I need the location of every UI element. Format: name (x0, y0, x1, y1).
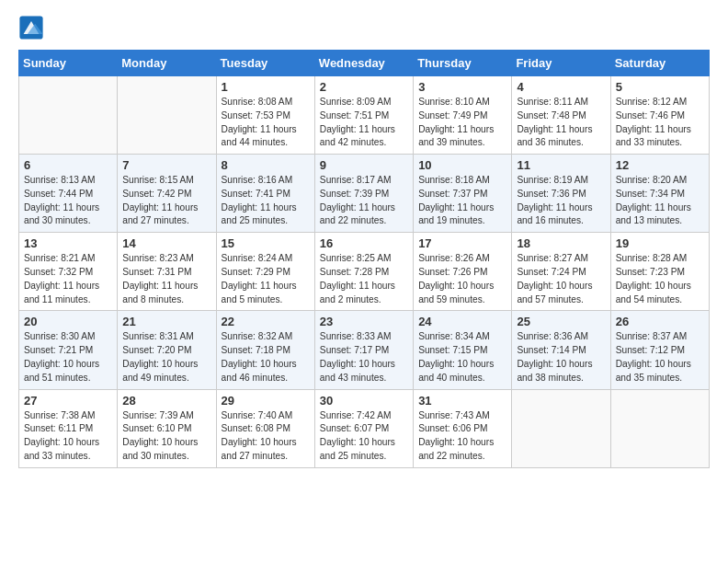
calendar-week-row: 13Sunrise: 8:21 AM Sunset: 7:32 PM Dayli… (19, 233, 710, 311)
day-number: 11 (517, 158, 605, 172)
calendar-cell: 14Sunrise: 8:23 AM Sunset: 7:31 PM Dayli… (118, 233, 216, 311)
calendar-header-saturday: Saturday (610, 51, 709, 76)
day-info: Sunrise: 8:23 AM Sunset: 7:31 PM Dayligh… (122, 252, 210, 306)
calendar-cell: 12Sunrise: 8:20 AM Sunset: 7:34 PM Dayli… (610, 155, 709, 233)
calendar-cell: 9Sunrise: 8:17 AM Sunset: 7:39 PM Daylig… (314, 155, 413, 233)
day-info: Sunrise: 8:18 AM Sunset: 7:37 PM Dayligh… (418, 174, 506, 228)
calendar-header-monday: Monday (118, 51, 216, 76)
calendar-cell: 27Sunrise: 7:38 AM Sunset: 6:11 PM Dayli… (19, 389, 118, 467)
day-info: Sunrise: 8:26 AM Sunset: 7:26 PM Dayligh… (418, 252, 506, 306)
calendar-cell: 2Sunrise: 8:09 AM Sunset: 7:51 PM Daylig… (314, 76, 413, 155)
day-info: Sunrise: 8:33 AM Sunset: 7:17 PM Dayligh… (320, 330, 408, 385)
day-info: Sunrise: 7:42 AM Sunset: 6:07 PM Dayligh… (320, 409, 408, 464)
day-info: Sunrise: 7:43 AM Sunset: 6:06 PM Dayligh… (418, 409, 506, 464)
day-info: Sunrise: 8:24 AM Sunset: 7:29 PM Dayligh… (222, 252, 310, 306)
day-info: Sunrise: 8:16 AM Sunset: 7:41 PM Dayligh… (222, 174, 310, 228)
calendar-cell: 21Sunrise: 8:31 AM Sunset: 7:20 PM Dayli… (118, 311, 216, 389)
calendar-cell: 1Sunrise: 8:08 AM Sunset: 7:53 PM Daylig… (216, 76, 314, 155)
day-number: 4 (517, 80, 605, 94)
day-number: 27 (24, 394, 112, 408)
calendar-header-sunday: Sunday (19, 51, 118, 76)
day-number: 20 (24, 315, 112, 328)
day-info: Sunrise: 8:36 AM Sunset: 7:14 PM Dayligh… (517, 330, 605, 385)
calendar-cell (512, 389, 610, 467)
calendar-cell (118, 76, 216, 155)
day-number: 10 (418, 158, 506, 172)
calendar-cell (610, 389, 709, 467)
day-number: 14 (122, 236, 210, 250)
calendar-cell: 5Sunrise: 8:12 AM Sunset: 7:46 PM Daylig… (610, 76, 709, 155)
day-number: 2 (320, 80, 408, 94)
day-info: Sunrise: 8:13 AM Sunset: 7:44 PM Dayligh… (24, 174, 112, 228)
calendar-week-row: 20Sunrise: 8:30 AM Sunset: 7:21 PM Dayli… (19, 311, 710, 389)
calendar-cell: 8Sunrise: 8:16 AM Sunset: 7:41 PM Daylig… (216, 155, 314, 233)
day-info: Sunrise: 8:32 AM Sunset: 7:18 PM Dayligh… (222, 330, 310, 385)
calendar-cell: 11Sunrise: 8:19 AM Sunset: 7:36 PM Dayli… (512, 155, 610, 233)
day-number: 7 (122, 158, 210, 172)
day-info: Sunrise: 8:25 AM Sunset: 7:28 PM Dayligh… (320, 252, 408, 306)
calendar-cell: 15Sunrise: 8:24 AM Sunset: 7:29 PM Dayli… (216, 233, 314, 311)
calendar-cell: 30Sunrise: 7:42 AM Sunset: 6:07 PM Dayli… (314, 389, 413, 467)
day-info: Sunrise: 8:20 AM Sunset: 7:34 PM Dayligh… (616, 174, 704, 228)
calendar-cell: 18Sunrise: 8:27 AM Sunset: 7:24 PM Dayli… (512, 233, 610, 311)
day-info: Sunrise: 8:34 AM Sunset: 7:15 PM Dayligh… (418, 330, 506, 385)
calendar-cell (19, 76, 118, 155)
day-number: 16 (320, 236, 408, 250)
calendar-cell: 10Sunrise: 8:18 AM Sunset: 7:37 PM Dayli… (414, 155, 512, 233)
calendar-header-wednesday: Wednesday (314, 51, 413, 76)
day-info: Sunrise: 8:19 AM Sunset: 7:36 PM Dayligh… (517, 174, 605, 228)
day-info: Sunrise: 7:38 AM Sunset: 6:11 PM Dayligh… (24, 409, 112, 464)
day-number: 31 (418, 394, 506, 408)
calendar-week-row: 27Sunrise: 7:38 AM Sunset: 6:11 PM Dayli… (19, 389, 710, 467)
calendar-cell: 22Sunrise: 8:32 AM Sunset: 7:18 PM Dayli… (216, 311, 314, 389)
calendar-header-row: SundayMondayTuesdayWednesdayThursdayFrid… (19, 51, 710, 76)
logo (18, 15, 48, 40)
day-number: 29 (222, 394, 310, 408)
day-number: 12 (616, 158, 704, 172)
calendar-cell: 24Sunrise: 8:34 AM Sunset: 7:15 PM Dayli… (414, 311, 512, 389)
day-number: 23 (320, 315, 408, 328)
day-number: 26 (616, 315, 704, 328)
day-info: Sunrise: 8:08 AM Sunset: 7:53 PM Dayligh… (222, 96, 310, 150)
day-number: 19 (616, 236, 704, 250)
day-number: 15 (222, 236, 310, 250)
calendar-cell: 23Sunrise: 8:33 AM Sunset: 7:17 PM Dayli… (314, 311, 413, 389)
calendar-cell: 29Sunrise: 7:40 AM Sunset: 6:08 PM Dayli… (216, 389, 314, 467)
day-number: 22 (222, 315, 310, 328)
calendar-cell: 4Sunrise: 8:11 AM Sunset: 7:48 PM Daylig… (512, 76, 610, 155)
day-info: Sunrise: 8:17 AM Sunset: 7:39 PM Dayligh… (320, 174, 408, 228)
day-number: 8 (222, 158, 310, 172)
day-number: 25 (517, 315, 605, 328)
calendar-week-row: 1Sunrise: 8:08 AM Sunset: 7:53 PM Daylig… (19, 76, 710, 155)
calendar-cell: 20Sunrise: 8:30 AM Sunset: 7:21 PM Dayli… (19, 311, 118, 389)
calendar-cell: 26Sunrise: 8:37 AM Sunset: 7:12 PM Dayli… (610, 311, 709, 389)
calendar-header-tuesday: Tuesday (216, 51, 314, 76)
day-info: Sunrise: 8:30 AM Sunset: 7:21 PM Dayligh… (24, 330, 112, 385)
day-info: Sunrise: 8:37 AM Sunset: 7:12 PM Dayligh… (616, 330, 704, 385)
calendar-header-thursday: Thursday (414, 51, 512, 76)
page-header (18, 15, 710, 40)
calendar-week-row: 6Sunrise: 8:13 AM Sunset: 7:44 PM Daylig… (19, 155, 710, 233)
calendar-cell: 16Sunrise: 8:25 AM Sunset: 7:28 PM Dayli… (314, 233, 413, 311)
calendar-cell: 28Sunrise: 7:39 AM Sunset: 6:10 PM Dayli… (118, 389, 216, 467)
day-info: Sunrise: 8:15 AM Sunset: 7:42 PM Dayligh… (122, 174, 210, 228)
day-info: Sunrise: 8:11 AM Sunset: 7:48 PM Dayligh… (517, 96, 605, 150)
day-number: 17 (418, 236, 506, 250)
calendar-cell: 31Sunrise: 7:43 AM Sunset: 6:06 PM Dayli… (414, 389, 512, 467)
day-info: Sunrise: 8:10 AM Sunset: 7:49 PM Dayligh… (418, 96, 506, 150)
calendar-cell: 19Sunrise: 8:28 AM Sunset: 7:23 PM Dayli… (610, 233, 709, 311)
calendar-cell: 7Sunrise: 8:15 AM Sunset: 7:42 PM Daylig… (118, 155, 216, 233)
day-info: Sunrise: 8:28 AM Sunset: 7:23 PM Dayligh… (616, 252, 704, 306)
day-info: Sunrise: 8:21 AM Sunset: 7:32 PM Dayligh… (24, 252, 112, 306)
day-info: Sunrise: 8:27 AM Sunset: 7:24 PM Dayligh… (517, 252, 605, 306)
day-number: 24 (418, 315, 506, 328)
logo-icon (18, 15, 44, 40)
day-info: Sunrise: 8:12 AM Sunset: 7:46 PM Dayligh… (616, 96, 704, 150)
day-number: 3 (418, 80, 506, 94)
day-number: 21 (122, 315, 210, 328)
calendar-table: SundayMondayTuesdayWednesdayThursdayFrid… (18, 50, 710, 468)
day-number: 28 (122, 394, 210, 408)
day-number: 18 (517, 236, 605, 250)
day-number: 9 (320, 158, 408, 172)
day-number: 5 (616, 80, 704, 94)
